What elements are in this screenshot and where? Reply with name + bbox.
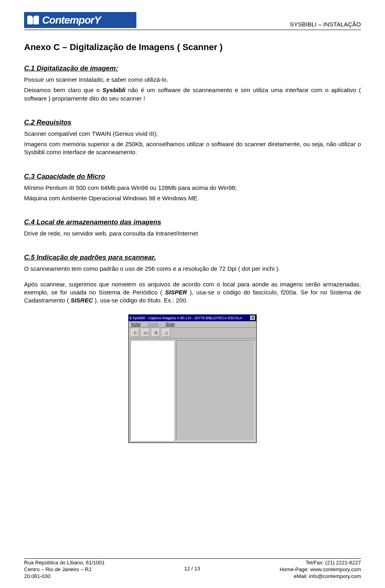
exit-icon[interactable]: ⎋ (131, 329, 139, 337)
section-c1-heading: C.1 Digitalização de imagem: (24, 64, 361, 72)
menu-inclui[interactable]: Inclui (131, 322, 140, 326)
page-footer: Rua República do Líbano, 61/1001 Centro … (24, 558, 361, 580)
c5-p2e: ), usa-se código do título. Ex.: 200. (93, 297, 188, 304)
window-menubar: Inclui Exclui Scan (129, 321, 256, 328)
new-icon[interactable]: ▭ (142, 329, 150, 337)
footer-zip: 20.061-030 (24, 573, 105, 580)
footer-address: Rua República do Líbano, 61/1001 (24, 560, 105, 566)
footer-city: Centro – Rio de Janeiro – RJ (24, 566, 105, 573)
list-pane[interactable] (130, 340, 174, 441)
window-toolbar: ⎋ ▭ ✖ ⌂ (129, 328, 256, 338)
footer-email: eMail: info@contempory.com (280, 573, 361, 580)
scanner-icon[interactable]: ⌂ (162, 329, 170, 337)
window-body (129, 338, 256, 443)
section-c2-heading: C.2 Requisitos (24, 119, 361, 127)
close-icon[interactable]: X (250, 316, 255, 320)
book-icon (27, 16, 39, 24)
footer-page-number: 12 / 13 (184, 560, 200, 580)
footer-phone: Tel/Fax: (21) 2221-8227 (280, 560, 361, 566)
section-c5-heading: C.5 Indicação de padrões para scannear. (24, 254, 361, 262)
menu-exclui: Exclui (148, 322, 158, 326)
footer-left: Rua República do Líbano, 61/1001 Centro … (24, 560, 105, 580)
c3-p2: Máquina com Ambiente Operacional Windows… (24, 194, 361, 202)
footer-homepage: Home-Page: www.contempory.com (280, 566, 361, 573)
c5-p1: O scanneamento tem como padrão o uso de … (24, 265, 361, 273)
section-c4-heading: C.4 Local de armazenamento das imagens (24, 218, 361, 226)
logo-text: ContemporY (42, 14, 101, 26)
c4-p1: Drive de rede, no servidor web, para con… (24, 230, 361, 238)
c1-p2a: Deixamos bem claro que o (24, 87, 102, 93)
menu-scan[interactable]: Scan (166, 322, 175, 326)
c1-p1: Possuir um scanner instalado, e saber co… (24, 76, 361, 84)
section-c3-heading: C.3 Capacidade do Micro (24, 173, 361, 181)
delete-icon[interactable]: ✖ (152, 329, 160, 337)
c5-p2d: SISREC (71, 297, 93, 304)
c2-p1: Scanner compatível com TWAIN (Genius viv… (24, 130, 361, 138)
app-window: $ Sysbibli - Captura Imagens 4.4f1 LIV -… (128, 314, 257, 443)
c2-p2: Imagens com memória superior a de 250Kb,… (24, 140, 361, 157)
logo: ContemporY (24, 12, 136, 28)
c1-p2: Deixamos bem claro que o Sysbibli não é … (24, 86, 361, 103)
c5-p2b: SISPER (165, 289, 187, 296)
header-right: SYSBIBLI – INSTALAÇÃO (290, 12, 361, 28)
c5-p2: Após scannear, sugerimos que nomeiem os … (24, 280, 361, 305)
c1-p2b: Sysbibli (102, 87, 126, 93)
window-titlebar: $ Sysbibli - Captura Imagens 4.4f1 LIV -… (129, 315, 256, 321)
window-title: $ Sysbibli - Captura Imagens 4.4f1 LIV -… (130, 316, 242, 320)
page-title: Anexo C – Digitalização de Imagens ( Sca… (24, 42, 361, 52)
c3-p1: Mínimo Pentium III 500 com 64Mb para Win… (24, 184, 361, 192)
footer-right: Tel/Fax: (21) 2221-8227 Home-Page: www.c… (280, 560, 361, 580)
preview-pane (176, 340, 255, 441)
footer-rule (24, 558, 361, 559)
